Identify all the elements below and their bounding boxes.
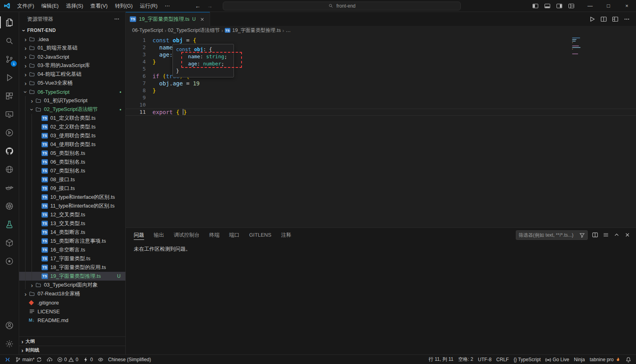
kubernetes-icon[interactable] (0, 197, 19, 215)
search-icon[interactable] (0, 32, 19, 50)
publish-changes[interactable] (44, 355, 55, 364)
menu-item[interactable]: 编辑(E) (38, 0, 62, 12)
tree-folder[interactable]: ›05-Vue3全家桶 (19, 79, 125, 87)
tree-folder[interactable]: ›03_TypeScript面向对象 (19, 281, 125, 289)
breadcrumb-item[interactable]: … (286, 28, 291, 33)
tree-file[interactable]: LICENSE (19, 307, 125, 316)
layout-sidebar-left-icon[interactable] (530, 1, 541, 11)
eol-sequence[interactable]: CRLF (494, 355, 511, 364)
package-manager-icon[interactable] (0, 233, 19, 252)
minimize-button[interactable]: — (581, 0, 599, 12)
tree-file[interactable]: TS05_类型别名.ts (19, 149, 125, 158)
run-and-debug-icon[interactable] (0, 68, 19, 87)
tree-folder[interactable]: ›04-前端工程化基础 (19, 70, 125, 79)
tree-file[interactable]: .gitignore (19, 298, 125, 307)
problems-counts[interactable]: 00 (55, 355, 81, 364)
tree-file[interactable]: TS19_字面量类型推理.tsU (19, 272, 125, 281)
tree-folder[interactable]: ›01_前端开发基础 (19, 44, 125, 52)
close-button[interactable]: × (618, 0, 636, 12)
code-runner-icon[interactable] (0, 252, 19, 270)
testing-icon[interactable] (0, 215, 19, 233)
ninja[interactable]: Ninja (572, 355, 587, 364)
eye-toggle[interactable] (95, 355, 106, 364)
outline-section[interactable]: › 大纲 (19, 337, 125, 346)
github-icon[interactable] (0, 142, 19, 160)
tree-folder[interactable]: ›07-React18全家桶 (19, 289, 125, 298)
tree-folder[interactable]: ›02_TypeScript语法细节● (19, 105, 125, 114)
maximize-panel-button[interactable] (612, 230, 621, 240)
panel-tab[interactable]: 调试控制台 (174, 228, 200, 242)
tree-file[interactable]: TS12_交叉类型.ts (19, 210, 125, 219)
close-tab-icon[interactable] (198, 16, 206, 23)
close-panel-button[interactable] (622, 230, 632, 240)
tree-file[interactable]: TS18_字面量类型的应用.ts (19, 263, 125, 272)
git-branch[interactable]: main* (13, 355, 44, 364)
cursor-position[interactable]: 行 11, 列 11 (426, 355, 456, 364)
indentation[interactable]: 空格: 2 (456, 355, 476, 364)
layout-panel-icon[interactable] (542, 1, 553, 11)
timeline-section[interactable]: › 时间线 (19, 346, 125, 354)
tree-file[interactable]: TS06_类型别名.ts (19, 158, 125, 166)
menu-item[interactable]: 转到(G) (111, 0, 137, 12)
spell-checker-language[interactable]: Chinese (Simplified) (106, 355, 153, 364)
tree-file[interactable]: TS17_字面量类型.ts (19, 254, 125, 263)
forward-arrow-icon[interactable]: → (207, 3, 212, 9)
view-as-list-button[interactable] (601, 230, 610, 240)
code-editor[interactable]: 1const obj = {2 name:3 age:4}56if (true)… (126, 35, 636, 228)
panel-tab[interactable]: 输出 (154, 228, 164, 242)
live-share-icon[interactable] (0, 123, 19, 142)
tree-file[interactable]: TS03_使用联合类型.ts (19, 131, 125, 140)
panel-tab[interactable]: 注释 (281, 228, 291, 242)
tree-file[interactable]: TS11_type和interface的区别.ts (19, 202, 125, 210)
go-live[interactable]: Go Live (543, 355, 571, 364)
tree-folder[interactable]: ›06-TypeScript● (19, 87, 125, 96)
customize-layout-button[interactable] (610, 14, 620, 24)
bolt-count[interactable]: 0 (81, 355, 95, 364)
breadcrumb-item[interactable]: 02_TypeScript语法细节 (168, 27, 220, 34)
notifications[interactable] (623, 355, 634, 364)
tree-file[interactable]: TS04_使用联合类型.ts (19, 140, 125, 149)
tree-file[interactable]: M↓README.md (19, 316, 125, 324)
docker-icon[interactable] (0, 178, 19, 197)
remote-indicator[interactable] (2, 355, 13, 364)
tabnine[interactable]: tabnine pro (587, 355, 623, 364)
tree-file[interactable]: TS15_类型断言注意事项.ts (19, 237, 125, 245)
explorer-icon[interactable] (0, 13, 19, 32)
tree-file[interactable]: TS01_定义联合类型.ts (19, 114, 125, 123)
tree-file[interactable]: TS07_类型别名.ts (19, 166, 125, 175)
panel-tab[interactable]: 端口 (229, 228, 240, 242)
account-icon[interactable] (0, 316, 19, 334)
filter-icon[interactable] (579, 232, 585, 238)
run-button[interactable] (587, 14, 597, 24)
encoding[interactable]: UTF-8 (476, 355, 494, 364)
menu-item[interactable]: 查看(V) (87, 0, 111, 12)
more-actions-icon[interactable] (114, 16, 120, 22)
menu-item[interactable]: 选择(S) (62, 0, 87, 12)
maximize-button[interactable]: □ (599, 0, 618, 12)
command-center-search[interactable]: front-end (223, 2, 461, 10)
browser-preview-icon[interactable] (0, 160, 19, 178)
tab-active-file[interactable]: TS 19_字面量类型推理.ts U (126, 12, 210, 26)
extensions-icon[interactable] (0, 87, 19, 105)
problems-filter-input[interactable] (519, 232, 579, 238)
tree-folder[interactable]: ›.idea (19, 35, 125, 44)
menu-item[interactable]: 文件(F) (14, 0, 38, 12)
layout-sidebar-right-icon[interactable] (554, 1, 565, 11)
back-arrow-icon[interactable]: ← (195, 3, 200, 9)
tree-root-folder[interactable]: › FRONT-END (19, 26, 125, 35)
panel-tab[interactable]: 问题 (134, 228, 144, 242)
settings-icon[interactable] (0, 334, 19, 353)
customize-layout-icon[interactable] (566, 1, 577, 11)
breadcrumb-item[interactable]: TS19_字面量类型推理.ts (225, 27, 281, 34)
source-control-icon[interactable]: 1 (0, 50, 19, 68)
tree-file[interactable]: TS10_type和interface的区别.ts (19, 193, 125, 202)
tree-file[interactable]: TS14_类型断言.ts (19, 228, 125, 237)
tree-file[interactable]: TS02_定义联合类型.ts (19, 123, 125, 131)
minimap[interactable] (572, 38, 588, 55)
breadcrumb-item[interactable]: 06-TypeScript (132, 28, 163, 33)
tree-file[interactable]: TS08_接口.ts (19, 175, 125, 184)
tree-file[interactable]: TS09_接口.ts (19, 184, 125, 193)
menu-item[interactable]: 运行(R) (136, 0, 161, 12)
panel-tab[interactable]: GITLENS (249, 228, 271, 242)
tree-file[interactable]: TS16_非空断言.ts (19, 245, 125, 254)
